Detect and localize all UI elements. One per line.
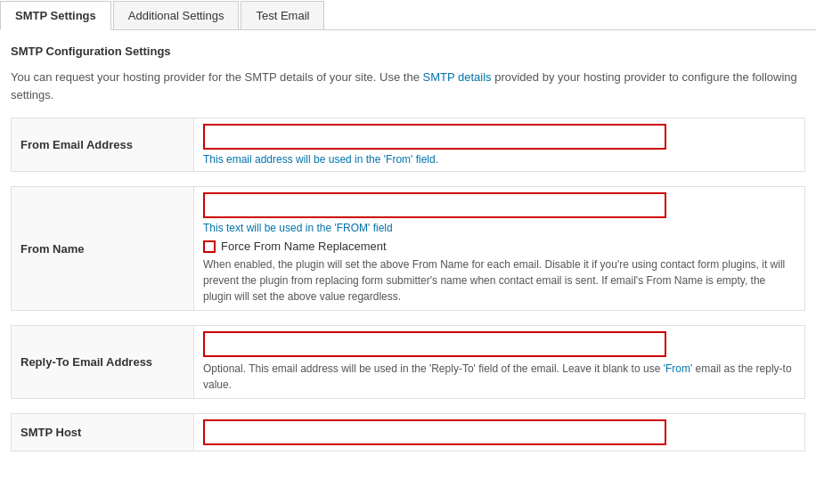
from-name-flex: From Name This text will be used in the … — [12, 187, 804, 310]
from-email-desc: This email address will be used in the '… — [203, 153, 796, 166]
force-from-name-checkbox[interactable] — [203, 240, 216, 253]
reply-to-row: Reply-To Email Address Optional. This em… — [11, 325, 805, 399]
from-email-input[interactable] — [203, 124, 666, 150]
from-name-label: From Name — [12, 187, 194, 310]
intro-text: You can request your hosting provider fo… — [11, 69, 805, 103]
tab-additional-settings[interactable]: Additional Settings — [113, 1, 240, 30]
smtp-host-flex: SMTP Host — [12, 414, 804, 451]
main-content: SMTP Configuration Settings You can requ… — [0, 30, 816, 480]
from-email-row: From Email Address This email address wi… — [11, 118, 805, 172]
reply-to-content: Optional. This email address will be use… — [194, 326, 804, 398]
tab-bar: SMTP Settings Additional Settings Test E… — [0, 0, 816, 30]
reply-to-input[interactable] — [203, 331, 666, 357]
from-email-flex: From Email Address This email address wi… — [12, 118, 804, 171]
from-email-label: From Email Address — [12, 118, 194, 171]
from-name-row: From Name This text will be used in the … — [11, 186, 805, 311]
reply-to-desc: Optional. This email address will be use… — [203, 361, 796, 393]
force-from-name-desc: When enabled, the plugin will set the ab… — [203, 256, 796, 305]
section-title: SMTP Configuration Settings — [11, 45, 805, 58]
force-from-name-label: Force From Name Replacement — [221, 240, 387, 253]
force-from-name-row: Force From Name Replacement — [203, 240, 796, 253]
from-name-input[interactable] — [203, 192, 666, 218]
tab-test-email[interactable]: Test Email — [241, 1, 324, 30]
smtp-host-input[interactable] — [203, 419, 666, 445]
reply-to-flex: Reply-To Email Address Optional. This em… — [12, 326, 804, 398]
from-email-content: This email address will be used in the '… — [194, 118, 804, 171]
reply-to-label: Reply-To Email Address — [12, 326, 194, 398]
smtp-host-row: SMTP Host — [11, 413, 805, 451]
smtp-host-label: SMTP Host — [12, 414, 194, 451]
from-name-desc: This text will be used in the 'FROM' fie… — [203, 222, 796, 234]
tab-smtp-settings[interactable]: SMTP Settings — [0, 1, 111, 30]
from-name-content: This text will be used in the 'FROM' fie… — [194, 187, 804, 310]
smtp-host-content — [194, 414, 804, 451]
